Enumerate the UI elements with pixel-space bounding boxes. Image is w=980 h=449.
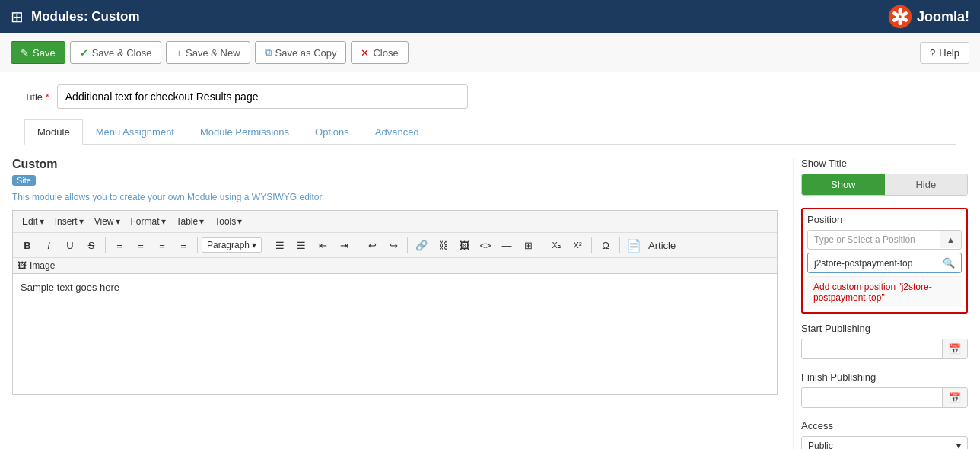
tab-options[interactable]: Options xyxy=(302,119,362,145)
separator-2 xyxy=(197,237,198,253)
table-menu[interactable]: Table ▾ xyxy=(172,214,209,229)
show-hide-toggle: Show Hide xyxy=(801,174,968,196)
special-chars-button[interactable]: Ω xyxy=(596,236,616,254)
separator-7 xyxy=(591,237,592,253)
check-icon: ✔ xyxy=(80,47,88,59)
finish-date-calendar-icon[interactable]: 📅 xyxy=(942,388,967,407)
tab-module-permissions[interactable]: Module Permissions xyxy=(187,119,302,145)
save-new-button[interactable]: + Save & New xyxy=(166,41,250,64)
editor-sample-text: Sample text goes here xyxy=(21,282,119,293)
paragraph-select[interactable]: Paragraph ▾ xyxy=(202,237,262,253)
module-icon: ⊞ xyxy=(11,8,24,26)
finish-publishing-label: Finish Publishing xyxy=(801,371,968,383)
redo-button[interactable]: ↪ xyxy=(383,236,403,254)
finish-date-input[interactable] xyxy=(802,389,942,407)
image-button[interactable]: 🖼 xyxy=(454,236,474,254)
separator-1 xyxy=(105,237,106,253)
editor-toolbar: Edit ▾ Insert ▾ View ▾ Format ▾ xyxy=(12,210,778,273)
table-menu-arrow: ▾ xyxy=(199,216,204,227)
position-search-row: 🔍 xyxy=(807,253,962,273)
start-date-calendar-icon[interactable]: 📅 xyxy=(942,339,967,358)
search-icon[interactable]: 🔍 xyxy=(937,253,961,272)
undo-button[interactable]: ↩ xyxy=(362,236,382,254)
hr-button[interactable]: — xyxy=(497,236,517,254)
access-arrow: ▾ xyxy=(956,441,961,449)
indent-button[interactable]: ⇥ xyxy=(334,236,354,254)
site-badge: Site xyxy=(12,175,36,186)
start-publishing-field: 📅 xyxy=(801,339,968,359)
article-button[interactable]: Article xyxy=(645,236,679,254)
separator-8 xyxy=(619,237,620,253)
sidebar-column: Show Title Show Hide Position Type or Se… xyxy=(793,158,968,449)
topbar: ⊞ Modules: Custom Joomla! xyxy=(0,0,980,33)
save-close-button[interactable]: ✔ Save & Close xyxy=(70,41,162,64)
x-icon: ✕ xyxy=(361,47,369,59)
unlink-button[interactable]: ⛓ xyxy=(433,236,453,254)
joomla-article-icon: 📄 xyxy=(624,236,644,254)
image-icon-small: 🖼 xyxy=(18,260,27,271)
save-copy-button[interactable]: ⧉ Save as Copy xyxy=(255,41,347,64)
toolbar: ✎ Save ✔ Save & Close + Save & New ⧉ Sav… xyxy=(0,33,980,72)
hide-toggle[interactable]: Hide xyxy=(885,174,968,195)
tab-module[interactable]: Module xyxy=(24,119,83,145)
italic-button[interactable]: I xyxy=(39,236,59,254)
ordered-list-button[interactable]: ☰ xyxy=(291,236,311,254)
title-input[interactable] xyxy=(57,84,468,109)
separator-6 xyxy=(542,237,542,253)
editor-body[interactable]: Sample text goes here xyxy=(12,273,778,395)
align-justify-button[interactable]: ≡ xyxy=(173,236,193,254)
superscript-button[interactable]: X² xyxy=(568,236,587,254)
table-button[interactable]: ⊞ xyxy=(518,236,538,254)
tab-menu-assignment[interactable]: Menu Assignment xyxy=(83,119,187,145)
view-menu[interactable]: View ▾ xyxy=(90,214,125,229)
edit-menu-arrow: ▾ xyxy=(40,216,44,227)
insert-menu[interactable]: Insert ▾ xyxy=(50,214,88,229)
view-menu-arrow: ▾ xyxy=(116,216,120,227)
show-title-section: Show Title Show Hide xyxy=(801,158,968,196)
position-label: Position xyxy=(807,214,962,225)
close-button[interactable]: ✕ Close xyxy=(351,41,408,64)
code-button[interactable]: <> xyxy=(476,236,495,254)
align-left-button[interactable]: ≡ xyxy=(110,236,129,254)
position-search-input[interactable] xyxy=(808,254,937,272)
format-menu[interactable]: Format ▾ xyxy=(126,214,170,229)
joomla-asterisk-icon xyxy=(888,5,912,29)
module-section-title: Custom xyxy=(12,158,778,171)
show-title-label: Show Title xyxy=(801,158,968,169)
separator-4 xyxy=(358,237,358,253)
para-arrow: ▾ xyxy=(252,240,256,250)
tools-menu-arrow: ▾ xyxy=(237,216,242,227)
position-dropdown[interactable]: Type or Select a Position ▲ xyxy=(807,230,962,250)
strikethrough-button[interactable]: S xyxy=(81,236,101,254)
align-center-button[interactable]: ≡ xyxy=(131,236,151,254)
editor-button-row: B I U S ≡ ≡ ≡ ≡ Paragraph ▾ ☰ ☰ xyxy=(13,233,777,257)
outdent-button[interactable]: ⇤ xyxy=(313,236,332,254)
edit-menu[interactable]: Edit ▾ xyxy=(18,214,49,229)
editor-image-row[interactable]: 🖼 Image xyxy=(13,257,777,273)
start-date-input[interactable] xyxy=(802,340,942,358)
unordered-list-button[interactable]: ☰ xyxy=(270,236,290,254)
bold-button[interactable]: B xyxy=(18,236,37,254)
editor-column: Custom Site This module allows you to cr… xyxy=(12,158,793,449)
help-button[interactable]: ? Help xyxy=(920,42,969,64)
position-add-option[interactable]: Add custom position "j2store-postpayment… xyxy=(807,276,962,307)
show-toggle[interactable]: Show xyxy=(802,174,885,195)
underline-button[interactable]: U xyxy=(60,236,80,254)
title-row: Title * xyxy=(24,84,956,109)
subscript-button[interactable]: X₂ xyxy=(546,236,566,254)
access-dropdown[interactable]: Public ▾ xyxy=(801,436,968,449)
editor-menu-row: Edit ▾ Insert ▾ View ▾ Format ▾ xyxy=(13,211,777,233)
align-right-button[interactable]: ≡ xyxy=(152,236,172,254)
position-dropdown-arrow[interactable]: ▲ xyxy=(940,231,961,248)
position-placeholder: Type or Select a Position xyxy=(808,231,940,249)
tabs: Module Menu Assignment Module Permission… xyxy=(24,119,956,145)
save-button[interactable]: ✎ Save xyxy=(11,41,65,64)
help-icon: ? xyxy=(930,47,935,59)
access-label: Access xyxy=(801,420,968,431)
tools-menu[interactable]: Tools ▾ xyxy=(210,214,247,229)
start-publishing-section: Start Publishing 📅 xyxy=(801,323,968,359)
link-button[interactable]: 🔗 xyxy=(412,236,431,254)
required-asterisk: * xyxy=(46,91,49,103)
start-publishing-label: Start Publishing xyxy=(801,323,968,334)
tab-advanced[interactable]: Advanced xyxy=(362,119,432,145)
